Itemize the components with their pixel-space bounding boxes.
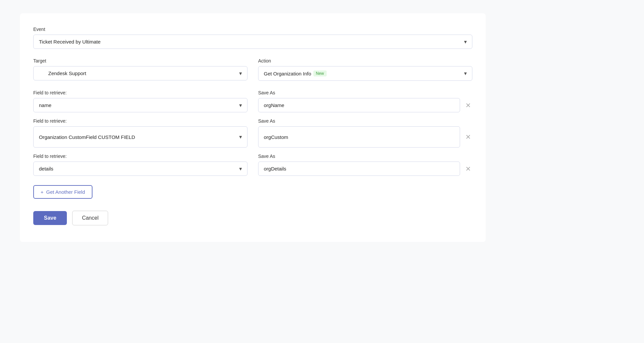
add-field-plus-icon: + [41,189,44,195]
field-row-2: Field to retrieve: Organization CustomFi… [33,118,472,148]
target-label: Target [33,58,247,63]
save-as-group-3: Save As ✕ [258,154,472,176]
event-section: Event Ticket Received by Ultimate ▼ [33,27,472,49]
field-retrieve-select-1[interactable]: name [33,98,247,112]
action-new-badge: New [313,70,327,76]
target-select-wrapper: Zendesk Support ▼ [33,66,247,80]
field-retrieve-select-wrapper-2: Organization CustomField CUSTOM FIELD ▼ [33,126,247,148]
event-label: Event [33,27,472,32]
field-retrieve-label-1: Field to retrieve: [33,90,247,95]
save-as-wrapper-1: ✕ [258,98,472,112]
add-field-button[interactable]: + Get Another Field [33,185,92,199]
field-retrieve-select-2[interactable]: Organization CustomField CUSTOM FIELD [33,126,247,148]
field-retrieve-label-2: Field to retrieve: [33,118,247,124]
action-group: Action Get Organization Info New ▼ [258,58,472,81]
save-as-label-2: Save As [258,118,472,124]
field-retrieve-group-2: Field to retrieve: Organization CustomFi… [33,118,247,148]
target-group: Target Zendesk Support ▼ [33,58,247,81]
remove-field-button-2[interactable]: ✕ [464,132,472,142]
field-row-3: Field to retrieve: details ▼ Save As ✕ [33,154,472,176]
save-as-label-1: Save As [258,90,472,95]
form-container: Event Ticket Received by Ultimate ▼ Targ… [20,13,486,242]
action-label: Action [258,58,472,63]
add-field-button-label: Get Another Field [46,189,85,195]
field-retrieve-select-3[interactable]: details [33,162,247,176]
save-as-input-3[interactable] [258,162,460,176]
field-retrieve-group-3: Field to retrieve: details ▼ [33,154,247,176]
event-select[interactable]: Ticket Received by Ultimate [33,35,472,49]
save-as-wrapper-3: ✕ [258,162,472,176]
save-as-wrapper-2: ✕ [258,126,472,148]
save-as-group-1: Save As ✕ [258,90,472,112]
action-select[interactable]: Get Organization Info New [258,66,472,81]
save-as-group-2: Save As ✕ [258,118,472,148]
target-select[interactable]: Zendesk Support [33,66,247,80]
save-as-input-1[interactable] [258,98,460,112]
field-retrieve-select-wrapper-1: name ▼ [33,98,247,112]
action-value-text: Get Organization Info [264,71,311,76]
cancel-button[interactable]: Cancel [72,211,108,225]
field-retrieve-select-wrapper-3: details ▼ [33,162,247,176]
event-select-wrapper: Ticket Received by Ultimate ▼ [33,35,472,49]
action-buttons: Save Cancel [33,211,472,225]
action-select-wrapper: Get Organization Info New ▼ [258,66,472,81]
target-action-row: Target Zendesk Support ▼ Action Get Orga… [33,58,472,81]
field-retrieve-group-1: Field to retrieve: name ▼ [33,90,247,112]
field-retrieve-label-3: Field to retrieve: [33,154,247,159]
save-as-input-2[interactable] [258,126,460,148]
field-row-1: Field to retrieve: name ▼ Save As ✕ [33,90,472,112]
remove-field-button-3[interactable]: ✕ [464,164,472,173]
save-as-label-3: Save As [258,154,472,159]
save-button[interactable]: Save [33,211,67,225]
remove-field-button-1[interactable]: ✕ [464,101,472,110]
